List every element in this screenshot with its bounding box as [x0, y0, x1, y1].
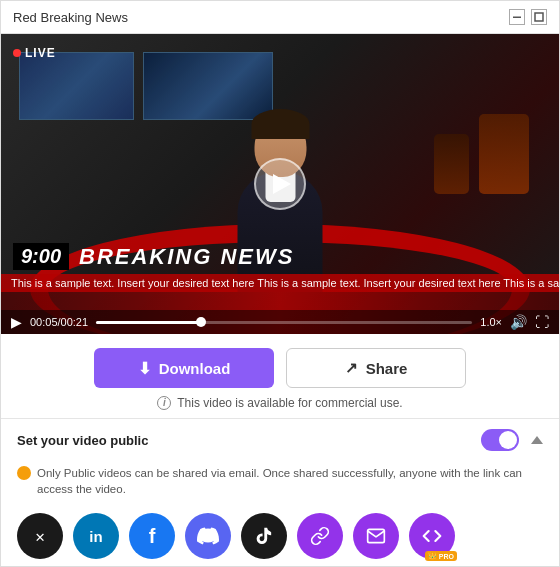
pro-text: PRO [439, 553, 454, 560]
ticker-text: This is a sample text. Insert your desir… [11, 277, 559, 289]
toggle-knob [499, 431, 517, 449]
link-icon [310, 526, 330, 546]
collapse-icon[interactable] [531, 436, 543, 444]
video-player: LIVE 9:00 BREAKING NEWS This is a sample… [1, 34, 559, 334]
video-controls: ▶ 00:05/00:21 1.0× 🔊 ⛶ [1, 310, 559, 334]
video-background: LIVE 9:00 BREAKING NEWS This is a sample… [1, 34, 559, 334]
commercial-text: This video is available for commercial u… [177, 396, 402, 410]
warning-text: Only Public videos can be shared via ema… [37, 465, 543, 497]
social-row: ✕ in f 👑 [1, 505, 559, 567]
title-bar: Red Breaking News [1, 1, 559, 34]
progress-thumb [196, 317, 206, 327]
time-box: 9:00 [13, 243, 69, 270]
screen-panel-center [143, 52, 273, 120]
progress-fill [96, 321, 201, 324]
decor-right2 [434, 134, 469, 194]
linkedin-icon: in [89, 528, 102, 545]
live-text: LIVE [25, 46, 56, 60]
fullscreen-icon[interactable]: ⛶ [535, 314, 549, 330]
crown-icon: 👑 [428, 552, 437, 560]
window-controls [509, 9, 547, 25]
social-embed-button[interactable]: 👑 PRO [409, 513, 455, 559]
commercial-note: i This video is available for commercial… [157, 396, 402, 410]
play-icon [273, 174, 291, 194]
x-icon: ✕ [35, 527, 45, 546]
ticker-bar: This is a sample text. Insert your desir… [1, 274, 559, 292]
social-tiktok-button[interactable] [241, 513, 287, 559]
email-icon [366, 526, 386, 546]
breaking-text: BREAKING NEWS [79, 244, 294, 270]
breaking-bar: 9:00 BREAKING NEWS [1, 239, 559, 274]
decor-right [479, 114, 529, 194]
code-icon [422, 526, 442, 546]
presenter-hair [251, 109, 309, 139]
volume-icon[interactable]: 🔊 [510, 314, 527, 330]
minimize-button[interactable] [509, 9, 525, 25]
svg-rect-1 [535, 13, 543, 21]
download-label: Download [159, 360, 231, 377]
social-linkedin-button[interactable]: in [73, 513, 119, 559]
window-title: Red Breaking News [13, 10, 128, 25]
button-row: ⬇ Download ↗ Share [70, 348, 490, 388]
public-controls [481, 429, 543, 451]
actions-area: ⬇ Download ↗ Share i This video is avail… [1, 334, 559, 418]
maximize-button[interactable] [531, 9, 547, 25]
social-copy-link-button[interactable] [297, 513, 343, 559]
ctrl-play-button[interactable]: ▶ [11, 314, 22, 330]
public-toggle[interactable] [481, 429, 519, 451]
facebook-icon: f [149, 525, 156, 548]
screen-panel-left [19, 52, 134, 120]
share-icon: ↗ [345, 359, 358, 377]
social-facebook-button[interactable]: f [129, 513, 175, 559]
progress-bar[interactable] [96, 321, 472, 324]
play-button[interactable] [254, 158, 306, 210]
social-email-button[interactable] [353, 513, 399, 559]
warning-message: Only Public videos can be shared via ema… [1, 461, 559, 505]
speed-badge[interactable]: 1.0× [480, 316, 502, 328]
svg-rect-0 [513, 17, 521, 19]
public-label: Set your video public [17, 433, 148, 448]
tiktok-icon [254, 526, 274, 546]
public-section: Set your video public [1, 418, 559, 461]
download-icon: ⬇ [138, 359, 151, 378]
share-button[interactable]: ↗ Share [286, 348, 466, 388]
discord-icon [197, 525, 219, 547]
info-icon: i [157, 396, 171, 410]
time-display: 00:05/00:21 [30, 316, 88, 328]
download-button[interactable]: ⬇ Download [94, 348, 274, 388]
pro-badge: 👑 PRO [425, 551, 457, 561]
news-lower-third: 9:00 BREAKING NEWS This is a sample text… [1, 239, 559, 292]
live-dot [13, 49, 21, 57]
live-badge: LIVE [13, 46, 56, 60]
warning-dot [17, 466, 31, 480]
social-discord-button[interactable] [185, 513, 231, 559]
share-label: Share [366, 360, 408, 377]
social-x-button[interactable]: ✕ [17, 513, 63, 559]
